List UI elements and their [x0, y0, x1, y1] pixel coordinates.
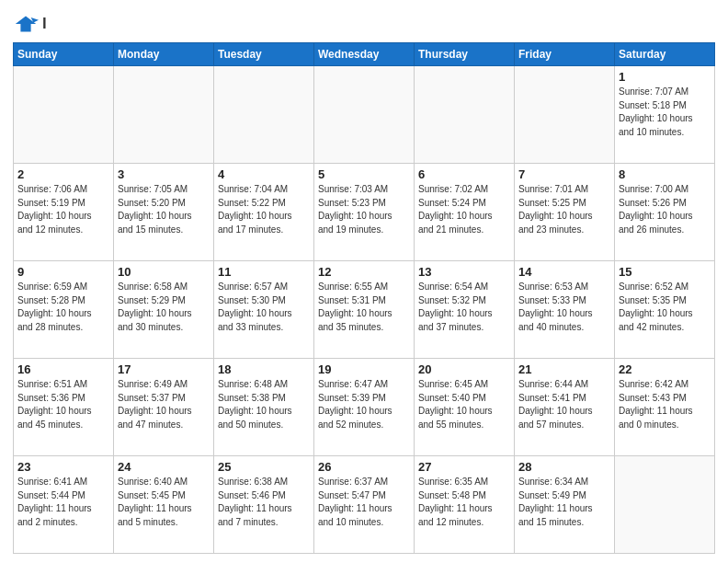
day-number: 11 — [218, 265, 310, 279]
logo-icon — [13, 11, 39, 37]
day-number: 15 — [619, 265, 711, 279]
day-cell: 20Sunrise: 6:45 AM Sunset: 5:40 PM Dayli… — [415, 359, 515, 456]
weekday-tuesday: Tuesday — [214, 43, 314, 66]
day-info: Sunrise: 6:52 AM Sunset: 5:35 PM Dayligh… — [619, 281, 711, 334]
day-number: 19 — [318, 362, 410, 376]
day-number: 24 — [118, 460, 210, 474]
day-cell — [615, 456, 715, 554]
weekday-header-row: SundayMondayTuesdayWednesdayThursdayFrid… — [14, 43, 715, 66]
day-info: Sunrise: 6:38 AM Sunset: 5:46 PM Dayligh… — [218, 476, 310, 529]
day-info: Sunrise: 7:01 AM Sunset: 5:25 PM Dayligh… — [518, 183, 610, 236]
day-number: 21 — [518, 362, 610, 376]
day-number: 9 — [17, 265, 109, 279]
day-cell: 19Sunrise: 6:47 AM Sunset: 5:39 PM Dayli… — [314, 359, 415, 456]
day-number: 17 — [118, 362, 210, 376]
day-info: Sunrise: 6:45 AM Sunset: 5:40 PM Dayligh… — [418, 378, 510, 431]
day-cell: 9Sunrise: 6:59 AM Sunset: 5:28 PM Daylig… — [14, 261, 114, 359]
day-info: Sunrise: 6:58 AM Sunset: 5:29 PM Dayligh… — [118, 281, 210, 334]
day-cell: 24Sunrise: 6:40 AM Sunset: 5:45 PM Dayli… — [114, 456, 214, 554]
day-info: Sunrise: 6:49 AM Sunset: 5:37 PM Dayligh… — [118, 378, 210, 431]
weekday-wednesday: Wednesday — [314, 43, 415, 66]
day-info: Sunrise: 6:55 AM Sunset: 5:31 PM Dayligh… — [318, 281, 410, 334]
day-number: 1 — [619, 70, 711, 84]
day-cell: 8Sunrise: 7:00 AM Sunset: 5:26 PM Daylig… — [615, 164, 715, 261]
day-cell — [415, 66, 515, 164]
day-info: Sunrise: 7:04 AM Sunset: 5:22 PM Dayligh… — [218, 183, 310, 236]
day-cell: 12Sunrise: 6:55 AM Sunset: 5:31 PM Dayli… — [314, 261, 415, 359]
day-cell — [314, 66, 415, 164]
day-info: Sunrise: 6:48 AM Sunset: 5:38 PM Dayligh… — [218, 378, 310, 431]
day-cell: 3Sunrise: 7:05 AM Sunset: 5:20 PM Daylig… — [114, 164, 214, 261]
day-number: 2 — [17, 167, 109, 181]
day-info: Sunrise: 6:37 AM Sunset: 5:47 PM Dayligh… — [318, 476, 410, 529]
day-number: 26 — [318, 460, 410, 474]
day-number: 25 — [218, 460, 310, 474]
day-info: Sunrise: 6:44 AM Sunset: 5:41 PM Dayligh… — [518, 378, 610, 431]
logo-text: l — [42, 16, 47, 33]
day-info: Sunrise: 6:53 AM Sunset: 5:33 PM Dayligh… — [518, 281, 610, 334]
day-number: 28 — [518, 460, 610, 474]
weekday-friday: Friday — [515, 43, 615, 66]
day-info: Sunrise: 6:54 AM Sunset: 5:32 PM Dayligh… — [418, 281, 510, 334]
week-row-5: 23Sunrise: 6:41 AM Sunset: 5:44 PM Dayli… — [14, 456, 715, 554]
day-cell: 13Sunrise: 6:54 AM Sunset: 5:32 PM Dayli… — [415, 261, 515, 359]
day-cell: 14Sunrise: 6:53 AM Sunset: 5:33 PM Dayli… — [515, 261, 615, 359]
day-info: Sunrise: 6:41 AM Sunset: 5:44 PM Dayligh… — [17, 476, 109, 529]
day-cell — [14, 66, 114, 164]
day-cell: 5Sunrise: 7:03 AM Sunset: 5:23 PM Daylig… — [314, 164, 415, 261]
day-info: Sunrise: 7:00 AM Sunset: 5:26 PM Dayligh… — [619, 183, 711, 236]
day-info: Sunrise: 7:02 AM Sunset: 5:24 PM Dayligh… — [418, 183, 510, 236]
week-row-1: 1Sunrise: 7:07 AM Sunset: 5:18 PM Daylig… — [14, 66, 715, 164]
day-cell: 21Sunrise: 6:44 AM Sunset: 5:41 PM Dayli… — [515, 359, 615, 456]
day-info: Sunrise: 6:42 AM Sunset: 5:43 PM Dayligh… — [619, 378, 711, 431]
day-number: 6 — [418, 167, 510, 181]
day-info: Sunrise: 6:57 AM Sunset: 5:30 PM Dayligh… — [218, 281, 310, 334]
weekday-saturday: Saturday — [615, 43, 715, 66]
day-cell: 17Sunrise: 6:49 AM Sunset: 5:37 PM Dayli… — [114, 359, 214, 456]
day-cell — [515, 66, 615, 164]
day-number: 12 — [318, 265, 410, 279]
day-cell: 2Sunrise: 7:06 AM Sunset: 5:19 PM Daylig… — [14, 164, 114, 261]
day-info: Sunrise: 7:05 AM Sunset: 5:20 PM Dayligh… — [118, 183, 210, 236]
week-row-3: 9Sunrise: 6:59 AM Sunset: 5:28 PM Daylig… — [14, 261, 715, 359]
day-info: Sunrise: 7:06 AM Sunset: 5:19 PM Dayligh… — [17, 183, 109, 236]
day-cell: 10Sunrise: 6:58 AM Sunset: 5:29 PM Dayli… — [114, 261, 214, 359]
day-cell: 23Sunrise: 6:41 AM Sunset: 5:44 PM Dayli… — [14, 456, 114, 554]
day-cell: 22Sunrise: 6:42 AM Sunset: 5:43 PM Dayli… — [615, 359, 715, 456]
day-cell: 6Sunrise: 7:02 AM Sunset: 5:24 PM Daylig… — [415, 164, 515, 261]
calendar-table: SundayMondayTuesdayWednesdayThursdayFrid… — [13, 42, 715, 554]
day-cell: 15Sunrise: 6:52 AM Sunset: 5:35 PM Dayli… — [615, 261, 715, 359]
day-info: Sunrise: 7:07 AM Sunset: 5:18 PM Dayligh… — [619, 86, 711, 139]
day-cell — [214, 66, 314, 164]
weekday-sunday: Sunday — [14, 43, 114, 66]
day-cell: 7Sunrise: 7:01 AM Sunset: 5:25 PM Daylig… — [515, 164, 615, 261]
day-number: 3 — [118, 167, 210, 181]
day-number: 5 — [318, 167, 410, 181]
top-section: l — [13, 11, 715, 37]
week-row-4: 16Sunrise: 6:51 AM Sunset: 5:36 PM Dayli… — [14, 359, 715, 456]
day-info: Sunrise: 6:35 AM Sunset: 5:48 PM Dayligh… — [418, 476, 510, 529]
day-info: Sunrise: 6:40 AM Sunset: 5:45 PM Dayligh… — [118, 476, 210, 529]
day-cell: 1Sunrise: 7:07 AM Sunset: 5:18 PM Daylig… — [615, 66, 715, 164]
day-number: 18 — [218, 362, 310, 376]
day-info: Sunrise: 6:59 AM Sunset: 5:28 PM Dayligh… — [17, 281, 109, 334]
logo: l — [13, 11, 47, 37]
day-cell: 25Sunrise: 6:38 AM Sunset: 5:46 PM Dayli… — [214, 456, 314, 554]
day-info: Sunrise: 6:47 AM Sunset: 5:39 PM Dayligh… — [318, 378, 410, 431]
day-number: 27 — [418, 460, 510, 474]
weekday-thursday: Thursday — [415, 43, 515, 66]
day-number: 23 — [17, 460, 109, 474]
day-number: 16 — [17, 362, 109, 376]
day-number: 4 — [218, 167, 310, 181]
day-cell: 4Sunrise: 7:04 AM Sunset: 5:22 PM Daylig… — [214, 164, 314, 261]
day-info: Sunrise: 7:03 AM Sunset: 5:23 PM Dayligh… — [318, 183, 410, 236]
day-number: 10 — [118, 265, 210, 279]
day-info: Sunrise: 6:51 AM Sunset: 5:36 PM Dayligh… — [17, 378, 109, 431]
day-number: 8 — [619, 167, 711, 181]
day-number: 20 — [418, 362, 510, 376]
week-row-2: 2Sunrise: 7:06 AM Sunset: 5:19 PM Daylig… — [14, 164, 715, 261]
day-cell: 28Sunrise: 6:34 AM Sunset: 5:49 PM Dayli… — [515, 456, 615, 554]
day-cell: 27Sunrise: 6:35 AM Sunset: 5:48 PM Dayli… — [415, 456, 515, 554]
day-cell: 18Sunrise: 6:48 AM Sunset: 5:38 PM Dayli… — [214, 359, 314, 456]
day-number: 22 — [619, 362, 711, 376]
